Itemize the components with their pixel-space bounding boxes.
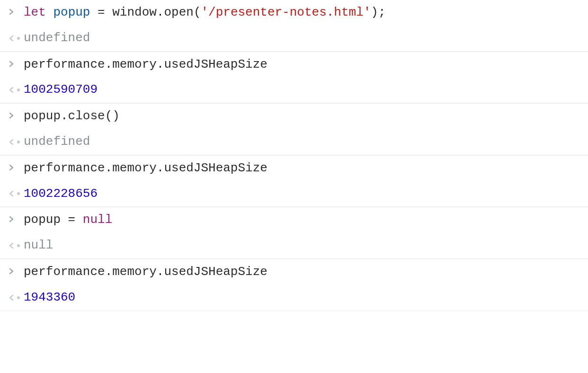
code-token: '/presenter-notes.html' <box>201 5 371 19</box>
code-token: performance.memory.usedJSHeapSize <box>24 57 267 71</box>
console-input-code[interactable]: performance.memory.usedJSHeapSize <box>24 264 267 280</box>
console-result-row: null <box>0 233 588 259</box>
result-chevron-icon <box>5 86 24 94</box>
prompt-chevron-icon <box>5 5 24 21</box>
prompt-chevron-icon <box>5 264 24 280</box>
console-result-row: 1002590709 <box>0 77 588 103</box>
console-result-value: 1943360 <box>24 290 75 306</box>
result-chevron-icon <box>5 35 24 42</box>
console-result-value: 1002228656 <box>24 186 98 202</box>
result-chevron-icon <box>5 242 24 249</box>
code-token: 1943360 <box>24 290 75 304</box>
console-input-code[interactable]: popup.close() <box>24 108 120 124</box>
code-token: let <box>24 5 53 19</box>
console-result-row: 1943360 <box>0 285 588 311</box>
code-token: ); <box>371 5 385 19</box>
code-token: undefined <box>24 31 90 45</box>
result-chevron-icon <box>5 294 24 302</box>
console-input-code[interactable]: popup = null <box>24 212 112 228</box>
console-result-row: undefined <box>0 26 588 52</box>
code-token: 1002228656 <box>24 186 98 201</box>
console-result-value: 1002590709 <box>24 82 98 98</box>
code-token: popup = <box>24 213 83 227</box>
console-input-row[interactable]: performance.memory.usedJSHeapSize <box>0 52 588 78</box>
code-token: popup <box>53 5 98 19</box>
console-input-row[interactable]: popup.close() <box>0 103 588 129</box>
console-result-value: null <box>24 238 53 254</box>
prompt-chevron-icon <box>5 212 24 228</box>
console-result-row: 1002228656 <box>0 181 588 207</box>
code-token: performance.memory.usedJSHeapSize <box>24 265 267 279</box>
code-token: performance.memory.usedJSHeapSize <box>24 161 267 175</box>
result-chevron-icon <box>5 138 24 146</box>
console-result-value: undefined <box>24 134 90 150</box>
console-input-code[interactable]: performance.memory.usedJSHeapSize <box>24 160 267 177</box>
code-token: 1002590709 <box>24 82 98 97</box>
console-input-code[interactable]: performance.memory.usedJSHeapSize <box>24 57 267 73</box>
console-result-row: undefined <box>0 129 588 155</box>
console-input-row[interactable]: performance.memory.usedJSHeapSize <box>0 259 588 285</box>
code-token: popup.close() <box>24 109 120 123</box>
console-input-row[interactable]: popup = null <box>0 207 588 233</box>
code-token: null <box>24 238 53 252</box>
devtools-console[interactable]: let popup = window.open('/presenter-note… <box>0 0 588 311</box>
code-token: null <box>83 213 112 227</box>
prompt-chevron-icon <box>5 57 24 73</box>
code-token: undefined <box>24 134 90 149</box>
result-chevron-icon <box>5 190 24 197</box>
prompt-chevron-icon <box>5 160 24 177</box>
console-input-row[interactable]: performance.memory.usedJSHeapSize <box>0 155 588 181</box>
console-input-code[interactable]: let popup = window.open('/presenter-note… <box>24 5 386 21</box>
console-input-row[interactable]: let popup = window.open('/presenter-note… <box>0 0 588 26</box>
prompt-chevron-icon <box>5 108 24 124</box>
code-token: = window.open( <box>98 5 201 19</box>
console-result-value: undefined <box>24 30 90 46</box>
